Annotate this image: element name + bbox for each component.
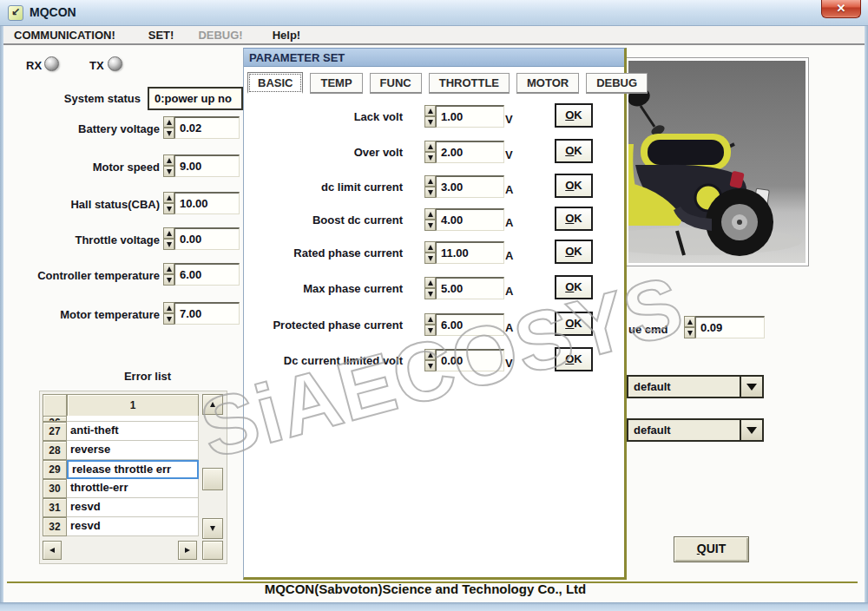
spinner-up-icon[interactable] bbox=[424, 313, 436, 325]
grid-row-number[interactable]: 27 bbox=[43, 422, 67, 441]
param-field: 4.00 bbox=[424, 208, 504, 231]
dropdown-2[interactable]: default bbox=[627, 418, 764, 442]
rx-led-indicator bbox=[44, 56, 59, 71]
tab-throttle[interactable]: THROTTLE bbox=[429, 73, 510, 94]
grid-cell[interactable]: resvd bbox=[67, 517, 199, 536]
spinner-down-icon[interactable] bbox=[684, 327, 695, 338]
spinner-up-icon[interactable] bbox=[424, 141, 436, 152]
param-value[interactable]: 0.00 bbox=[436, 349, 504, 371]
controller-temperature-value[interactable]: 6.00 bbox=[174, 263, 240, 286]
system-status-combo[interactable]: 0:power up no bbox=[148, 87, 243, 110]
motor-temperature-value[interactable]: 7.00 bbox=[174, 302, 240, 325]
spinner-down-icon[interactable] bbox=[424, 360, 436, 371]
grid-cell[interactable]: throttle-err bbox=[67, 479, 199, 498]
grid-row-number[interactable]: 31 bbox=[43, 498, 67, 517]
spinner-up-icon[interactable] bbox=[163, 263, 174, 274]
param-value[interactable]: 1.00 bbox=[436, 105, 504, 128]
grid-row-number[interactable]: 32 bbox=[43, 517, 67, 536]
param-value[interactable]: 3.00 bbox=[436, 175, 504, 198]
battery-voltage-value[interactable]: 0.02 bbox=[174, 116, 240, 139]
company-caption: MQCON(Sabvoton)Science and Technology Co… bbox=[217, 581, 634, 596]
spinner-up-icon[interactable] bbox=[163, 116, 174, 128]
spinner-up-icon[interactable] bbox=[684, 316, 695, 327]
spinner-up-icon[interactable] bbox=[163, 192, 174, 203]
ok-button[interactable]: OK bbox=[555, 240, 593, 264]
spinner-down-icon[interactable] bbox=[424, 187, 436, 198]
spinner-down-icon[interactable] bbox=[163, 274, 174, 286]
spinner-up-icon[interactable] bbox=[424, 277, 436, 288]
ok-button[interactable]: OK bbox=[555, 347, 593, 371]
ok-button[interactable]: OK bbox=[555, 103, 593, 128]
ok-button[interactable]: OK bbox=[555, 275, 593, 299]
scroll-corner[interactable] bbox=[202, 541, 223, 560]
param-value[interactable]: 11.00 bbox=[436, 241, 504, 264]
chevron-down-icon[interactable] bbox=[740, 377, 762, 397]
title-bar: MQCON bbox=[0, 0, 868, 26]
grid-cell[interactable] bbox=[67, 416, 199, 422]
grid-cell[interactable]: anti-theft bbox=[67, 422, 199, 441]
spinner-down-icon[interactable] bbox=[163, 313, 174, 325]
motor-speed-value[interactable]: 9.00 bbox=[174, 154, 240, 177]
ok-button[interactable]: OK bbox=[555, 174, 593, 198]
dialog-title[interactable]: PARAMETER SET bbox=[244, 49, 624, 67]
param-unit: A bbox=[505, 216, 513, 229]
throttle-voltage-label: Throttle voltage bbox=[0, 233, 160, 246]
spinner-down-icon[interactable] bbox=[163, 166, 174, 177]
throttle-voltage-value[interactable]: 0.00 bbox=[174, 227, 240, 250]
scroll-right-button[interactable] bbox=[178, 541, 197, 560]
grid-row-number[interactable]: 30 bbox=[43, 479, 67, 498]
grid-row-number[interactable]: 29 bbox=[43, 460, 67, 479]
torque-cmd-field: 0.09 bbox=[684, 316, 765, 338]
spinner-up-icon[interactable] bbox=[424, 208, 436, 220]
tab-func[interactable]: FUNC bbox=[370, 73, 422, 94]
menu-help[interactable]: Help! bbox=[264, 29, 310, 42]
spinner-up-icon[interactable] bbox=[163, 227, 174, 239]
tab-debug[interactable]: DEBUG bbox=[586, 73, 648, 94]
scroll-down-button[interactable] bbox=[202, 518, 223, 539]
spinner-up-icon[interactable] bbox=[424, 349, 436, 360]
param-value[interactable]: 6.00 bbox=[436, 313, 504, 336]
tab-temp[interactable]: TEMP bbox=[310, 73, 362, 94]
quit-button[interactable]: QUIT bbox=[674, 536, 749, 562]
ok-button[interactable]: OK bbox=[555, 312, 593, 336]
param-value[interactable]: 5.00 bbox=[436, 277, 504, 299]
spinner-down-icon[interactable] bbox=[424, 288, 436, 299]
ok-button[interactable]: OK bbox=[555, 139, 593, 163]
menu-set[interactable]: SET! bbox=[140, 29, 183, 42]
grid-row-number[interactable]: 26 bbox=[43, 416, 67, 422]
scroll-thumb[interactable] bbox=[202, 468, 223, 490]
spinner-down-icon[interactable] bbox=[163, 203, 174, 214]
grid-corner-cell[interactable] bbox=[43, 394, 67, 417]
spinner-up-icon[interactable] bbox=[424, 241, 436, 253]
spinner-up-icon[interactable] bbox=[163, 302, 174, 313]
grid-cell-selected[interactable]: release throttle err bbox=[67, 460, 199, 479]
grid-cell[interactable]: resvd bbox=[67, 498, 199, 517]
ok-button[interactable]: OK bbox=[555, 207, 593, 231]
hall-status-value[interactable]: 10.00 bbox=[174, 192, 240, 214]
grid-row-number[interactable]: 28 bbox=[43, 441, 67, 460]
chevron-down-icon[interactable] bbox=[740, 420, 762, 440]
scroll-left-button[interactable] bbox=[43, 541, 62, 560]
spinner-down-icon[interactable] bbox=[424, 220, 436, 231]
spinner-up-icon[interactable] bbox=[424, 105, 436, 116]
param-value[interactable]: 4.00 bbox=[436, 208, 504, 231]
tab-motor[interactable]: MOTOR bbox=[516, 73, 579, 94]
tab-separator bbox=[511, 76, 515, 90]
grid-cell[interactable]: reverse bbox=[67, 441, 199, 460]
spinner-down-icon[interactable] bbox=[163, 128, 174, 139]
spinner-up-icon[interactable] bbox=[163, 154, 174, 166]
tab-basic[interactable]: BASIC bbox=[247, 72, 303, 94]
spinner-up-icon[interactable] bbox=[424, 175, 436, 187]
close-button[interactable]: ✕ bbox=[821, 0, 861, 18]
dropdown-1[interactable]: default bbox=[627, 375, 764, 398]
scroll-up-button[interactable] bbox=[202, 394, 223, 415]
grid-column-header[interactable]: 1 bbox=[67, 394, 199, 417]
spinner-down-icon[interactable] bbox=[163, 239, 174, 250]
spinner-down-icon[interactable] bbox=[424, 152, 436, 163]
param-value[interactable]: 2.00 bbox=[436, 141, 504, 163]
spinner-down-icon[interactable] bbox=[424, 116, 436, 128]
torque-cmd-value[interactable]: 0.09 bbox=[695, 316, 765, 338]
menu-communication[interactable]: COMMUNICATION! bbox=[5, 29, 124, 42]
spinner-down-icon[interactable] bbox=[424, 253, 436, 264]
spinner-down-icon[interactable] bbox=[424, 325, 436, 336]
